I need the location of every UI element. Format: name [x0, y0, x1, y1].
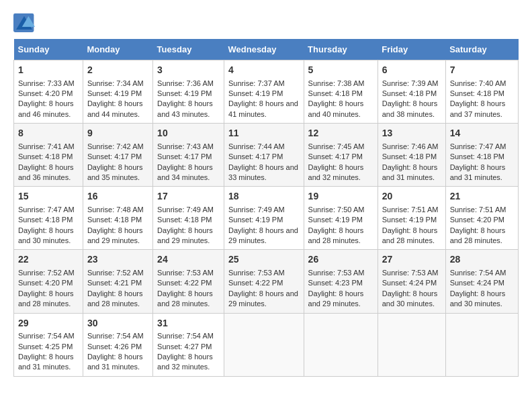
sunrise-label: Sunrise: 7:54 AM	[87, 332, 144, 340]
day-number: 13	[382, 127, 441, 140]
calendar-cell: 11 Sunrise: 7:44 AM Sunset: 4:17 PM Dayl…	[224, 124, 304, 187]
sunset-label: Sunset: 4:18 PM	[157, 216, 212, 224]
sunset-label: Sunset: 4:27 PM	[157, 342, 212, 351]
week-row-4: 22 Sunrise: 7:52 AM Sunset: 4:20 PM Dayl…	[14, 250, 519, 313]
calendar-cell: 10 Sunrise: 7:43 AM Sunset: 4:17 PM Dayl…	[153, 124, 224, 187]
sunset-label: Sunset: 4:17 PM	[157, 152, 212, 161]
daylight-label: Daylight: 8 hours and 34 minutes.	[157, 163, 213, 181]
calendar-cell: 18 Sunrise: 7:49 AM Sunset: 4:19 PM Dayl…	[224, 187, 304, 250]
day-number: 9	[87, 127, 148, 140]
sunset-label: Sunset: 4:19 PM	[382, 216, 437, 224]
day-number: 26	[308, 253, 373, 267]
header-tuesday: Tuesday	[153, 39, 224, 60]
week-row-2: 8 Sunrise: 7:41 AM Sunset: 4:18 PM Dayli…	[14, 124, 519, 187]
day-number: 15	[18, 190, 79, 203]
daylight-label: Daylight: 8 hours and 29 minutes.	[228, 226, 298, 244]
daylight-label: Daylight: 8 hours and 29 minutes.	[308, 289, 364, 308]
daylight-label: Daylight: 8 hours and 29 minutes.	[87, 226, 143, 244]
daylight-label: Daylight: 8 hours and 40 minutes.	[308, 99, 364, 118]
calendar-cell: 5 Sunrise: 7:38 AM Sunset: 4:18 PM Dayli…	[304, 60, 378, 124]
sunset-label: Sunset: 4:22 PM	[157, 279, 212, 287]
day-number: 10	[157, 127, 220, 140]
day-number: 22	[18, 253, 79, 267]
logo	[13, 13, 38, 32]
sunset-label: Sunset: 4:18 PM	[308, 89, 363, 97]
header-monday: Monday	[83, 39, 152, 60]
sunrise-label: Sunrise: 7:33 AM	[18, 79, 75, 87]
sunset-label: Sunset: 4:22 PM	[228, 279, 283, 287]
day-number: 23	[87, 253, 148, 267]
daylight-label: Daylight: 8 hours and 32 minutes.	[308, 163, 364, 181]
day-number: 2	[87, 64, 148, 77]
sunset-label: Sunset: 4:18 PM	[450, 89, 504, 97]
sunset-label: Sunset: 4:19 PM	[308, 216, 363, 224]
calendar-cell: 24 Sunrise: 7:53 AM Sunset: 4:22 PM Dayl…	[153, 250, 224, 313]
day-number: 16	[87, 190, 148, 203]
calendar-cell: 2 Sunrise: 7:34 AM Sunset: 4:19 PM Dayli…	[83, 60, 152, 124]
calendar-cell: 7 Sunrise: 7:40 AM Sunset: 4:18 PM Dayli…	[445, 60, 518, 124]
sunrise-label: Sunrise: 7:44 AM	[228, 142, 285, 150]
daylight-label: Daylight: 8 hours and 33 minutes.	[228, 163, 298, 181]
sunset-label: Sunset: 4:25 PM	[18, 342, 73, 351]
sunset-label: Sunset: 4:20 PM	[18, 89, 73, 97]
calendar-cell	[445, 313, 518, 376]
calendar-cell: 27 Sunrise: 7:53 AM Sunset: 4:24 PM Dayl…	[378, 250, 445, 313]
calendar-cell: 13 Sunrise: 7:46 AM Sunset: 4:18 PM Dayl…	[378, 124, 445, 187]
sunset-label: Sunset: 4:19 PM	[228, 89, 283, 97]
sunset-label: Sunset: 4:18 PM	[450, 152, 504, 161]
sunrise-label: Sunrise: 7:51 AM	[382, 205, 439, 214]
daylight-label: Daylight: 8 hours and 44 minutes.	[87, 99, 143, 118]
sunrise-label: Sunrise: 7:49 AM	[228, 205, 285, 214]
calendar-cell	[304, 313, 378, 376]
day-number: 12	[308, 127, 373, 140]
calendar-cell: 16 Sunrise: 7:48 AM Sunset: 4:18 PM Dayl…	[83, 187, 152, 250]
day-number: 24	[157, 253, 220, 267]
day-number: 8	[18, 127, 79, 140]
sunrise-label: Sunrise: 7:39 AM	[382, 79, 439, 87]
week-row-5: 29 Sunrise: 7:54 AM Sunset: 4:25 PM Dayl…	[14, 313, 519, 376]
sunrise-label: Sunrise: 7:40 AM	[450, 79, 506, 87]
sunset-label: Sunset: 4:17 PM	[87, 152, 142, 161]
calendar-cell: 20 Sunrise: 7:51 AM Sunset: 4:19 PM Dayl…	[378, 187, 445, 250]
page-header	[13, 13, 519, 32]
calendar-cell: 12 Sunrise: 7:45 AM Sunset: 4:17 PM Dayl…	[304, 124, 378, 187]
daylight-label: Daylight: 8 hours and 28 minutes.	[18, 289, 74, 308]
sunset-label: Sunset: 4:18 PM	[382, 89, 437, 97]
sunrise-label: Sunrise: 7:53 AM	[382, 269, 439, 277]
daylight-label: Daylight: 8 hours and 30 minutes.	[382, 289, 438, 308]
logo-icon	[13, 13, 35, 32]
sunrise-label: Sunrise: 7:47 AM	[18, 205, 75, 214]
sunrise-label: Sunrise: 7:54 AM	[18, 332, 75, 340]
daylight-label: Daylight: 8 hours and 37 minutes.	[450, 99, 506, 118]
day-number: 21	[450, 190, 514, 203]
header-wednesday: Wednesday	[224, 39, 304, 60]
calendar-cell: 3 Sunrise: 7:36 AM Sunset: 4:19 PM Dayli…	[153, 60, 224, 124]
daylight-label: Daylight: 8 hours and 29 minutes.	[228, 289, 298, 308]
day-number: 30	[87, 317, 148, 330]
day-number: 5	[308, 64, 373, 77]
day-number: 7	[450, 64, 514, 77]
sunrise-label: Sunrise: 7:41 AM	[18, 142, 75, 150]
daylight-label: Daylight: 8 hours and 41 minutes.	[228, 99, 298, 118]
calendar-cell: 23 Sunrise: 7:52 AM Sunset: 4:21 PM Dayl…	[83, 250, 152, 313]
calendar-cell: 19 Sunrise: 7:50 AM Sunset: 4:19 PM Dayl…	[304, 187, 378, 250]
day-number: 31	[157, 317, 220, 330]
daylight-label: Daylight: 8 hours and 29 minutes.	[157, 226, 213, 244]
sunset-label: Sunset: 4:20 PM	[450, 216, 504, 224]
calendar-header-row: SundayMondayTuesdayWednesdayThursdayFrid…	[14, 39, 519, 60]
header-thursday: Thursday	[304, 39, 378, 60]
sunset-label: Sunset: 4:26 PM	[87, 342, 142, 351]
sunset-label: Sunset: 4:17 PM	[228, 152, 283, 161]
daylight-label: Daylight: 8 hours and 31 minutes.	[87, 353, 143, 371]
day-number: 11	[228, 127, 300, 140]
daylight-label: Daylight: 8 hours and 28 minutes.	[308, 226, 364, 244]
sunrise-label: Sunrise: 7:42 AM	[87, 142, 144, 150]
day-number: 4	[228, 64, 300, 77]
sunrise-label: Sunrise: 7:38 AM	[308, 79, 365, 87]
calendar-cell: 25 Sunrise: 7:53 AM Sunset: 4:22 PM Dayl…	[224, 250, 304, 313]
sunset-label: Sunset: 4:18 PM	[18, 216, 73, 224]
sunrise-label: Sunrise: 7:47 AM	[450, 142, 506, 150]
sunset-label: Sunset: 4:18 PM	[18, 152, 73, 161]
day-number: 19	[308, 190, 373, 203]
daylight-label: Daylight: 8 hours and 32 minutes.	[157, 353, 213, 371]
